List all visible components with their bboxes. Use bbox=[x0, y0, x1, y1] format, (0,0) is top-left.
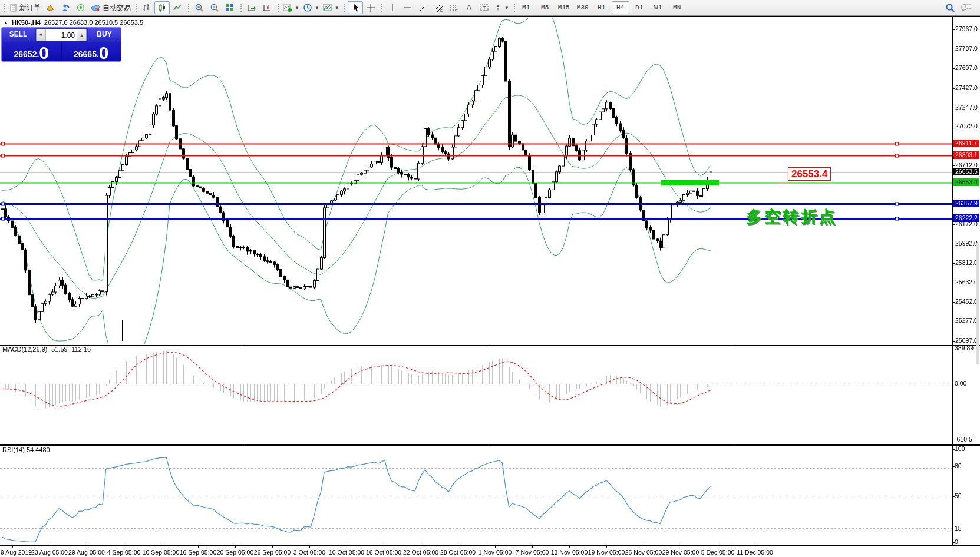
dropdown-caret-icon: ▼ bbox=[504, 5, 509, 11]
trendline-button[interactable] bbox=[415, 1, 431, 14]
search-icon[interactable] bbox=[945, 3, 955, 13]
time-axis-label: 28 Oct 05:00 bbox=[437, 549, 479, 556]
line-chart-mode-button[interactable] bbox=[170, 1, 185, 14]
auto-scroll-button[interactable] bbox=[244, 1, 259, 14]
equidistant-channel-icon: E bbox=[434, 3, 443, 12]
autotrade-button[interactable]: 自动交易 bbox=[88, 1, 133, 14]
chart-canvas[interactable] bbox=[0, 17, 980, 557]
timeframe-toolbar: M1M5M15M30H1H4D1W1MN bbox=[517, 1, 686, 14]
chart-shift-button[interactable] bbox=[259, 1, 275, 14]
svg-text:T: T bbox=[483, 5, 486, 11]
timeframe-h1[interactable]: H1 bbox=[593, 1, 611, 14]
arrows-button[interactable]: ▼ bbox=[492, 1, 511, 14]
chart-title: ▲ HK50-,H4 26527.0 26683.0 26510.5 26653… bbox=[4, 19, 143, 26]
auto-scroll-icon bbox=[247, 3, 256, 12]
time-axis-label: 29 Nov 05:00 bbox=[660, 549, 701, 556]
time-axis-label: 5 Dec 05:00 bbox=[697, 549, 738, 556]
indicators-button[interactable]: ▼ bbox=[281, 1, 301, 14]
volume-input[interactable] bbox=[46, 29, 77, 41]
toolbar-grip[interactable] bbox=[187, 2, 190, 13]
crosshair-button[interactable] bbox=[363, 1, 378, 14]
price-axis-tick: 25277.0 bbox=[955, 317, 978, 324]
price-axis-badge: 26803.1 bbox=[953, 151, 979, 159]
toolbar-grip[interactable] bbox=[343, 2, 346, 13]
buy-price[interactable]: 26665.0 bbox=[62, 42, 121, 62]
timeframe-m15[interactable]: M15 bbox=[555, 1, 573, 14]
rsi-axis-tick: 50 bbox=[955, 492, 962, 499]
timeframe-mn[interactable]: MN bbox=[668, 1, 686, 14]
zoom-in-icon bbox=[194, 3, 204, 12]
horizontal-line-button[interactable] bbox=[400, 1, 415, 14]
buy-button[interactable]: BUY bbox=[88, 28, 121, 42]
price-axis-tick: 27072.0 bbox=[955, 122, 978, 130]
periods-button[interactable]: ▼ bbox=[301, 1, 321, 14]
rsi-axis-tick: 0 bbox=[955, 538, 958, 545]
cursor-arrow-icon bbox=[351, 3, 359, 12]
vertical-line-icon bbox=[389, 3, 396, 12]
time-axis-label: 1 Nov 05:00 bbox=[474, 549, 516, 556]
volume-control: ▼ ▲ bbox=[36, 29, 87, 41]
indicators-add-icon bbox=[283, 3, 292, 12]
time-axis-label: 22 Oct 05:00 bbox=[400, 549, 441, 556]
price-axis-badge: 26653.5 bbox=[953, 168, 979, 175]
toolbar-grip[interactable] bbox=[276, 2, 279, 13]
chinese-text-object[interactable]: 多空转折点 bbox=[746, 206, 837, 227]
bar-chart-mode-button[interactable] bbox=[139, 1, 154, 14]
time-axis-label: 16 Oct 05:00 bbox=[363, 549, 404, 556]
timeframe-m30[interactable]: M30 bbox=[574, 1, 592, 14]
chat-icon[interactable] bbox=[960, 3, 973, 12]
price-axis-tick: 27787.0 bbox=[955, 45, 978, 52]
new-order-button[interactable]: 新订单 bbox=[8, 1, 42, 14]
volume-up-button[interactable]: ▲ bbox=[77, 29, 86, 41]
autotrade-cloud-icon bbox=[90, 4, 101, 12]
sell-price[interactable]: 26652.0 bbox=[2, 42, 62, 62]
timeframe-m5[interactable]: M5 bbox=[536, 1, 554, 14]
templates-button[interactable]: ▼ bbox=[321, 1, 341, 14]
alerts-button[interactable] bbox=[73, 1, 88, 14]
time-axis-label: 20 Sep 05:00 bbox=[215, 549, 256, 556]
svg-text:A: A bbox=[467, 4, 471, 12]
price-axis-badge: 26222.2 bbox=[953, 214, 979, 222]
time-axis-label: 25 Nov 05:00 bbox=[623, 549, 664, 556]
timeframe-w1[interactable]: W1 bbox=[649, 1, 667, 14]
toolbar-grip[interactable] bbox=[3, 2, 6, 13]
chart-symbol-period: HK50-,H4 bbox=[12, 19, 41, 26]
text-button[interactable]: A bbox=[461, 1, 477, 14]
toolbar-grip[interactable] bbox=[513, 2, 516, 13]
toolbar-grip[interactable] bbox=[134, 2, 137, 13]
sell-price-big: 0 bbox=[39, 45, 49, 61]
channel-button[interactable]: E bbox=[431, 1, 446, 14]
price-callout-object[interactable]: 26553.4 bbox=[788, 167, 831, 181]
trendline-icon bbox=[418, 3, 428, 12]
time-axis-label: 16 Sep 05:00 bbox=[177, 549, 219, 556]
zoom-in-button[interactable] bbox=[192, 1, 207, 14]
toolbar-grip[interactable] bbox=[239, 2, 242, 13]
price-axis-tick: 27247.0 bbox=[955, 104, 978, 111]
radio-signal-icon bbox=[76, 4, 85, 12]
market-watch-button[interactable] bbox=[42, 1, 58, 14]
price-axis-tick: 27427.0 bbox=[955, 84, 978, 92]
price-axis-badge: 26911.7 bbox=[953, 140, 979, 147]
candlestick-mode-button[interactable] bbox=[154, 1, 170, 14]
sell-button[interactable]: SELL bbox=[2, 28, 35, 42]
price-axis-tick: 27607.0 bbox=[955, 64, 978, 72]
vertical-scrollbar-thumb[interactable] bbox=[976, 243, 979, 364]
text-label-button[interactable]: T bbox=[477, 1, 492, 14]
fibonacci-button[interactable]: F bbox=[446, 1, 461, 14]
buy-price-big: 0 bbox=[99, 45, 109, 61]
timeframe-h4[interactable]: H4 bbox=[612, 1, 629, 14]
tile-windows-button[interactable] bbox=[222, 1, 237, 14]
metaeditor-button[interactable] bbox=[58, 1, 73, 14]
new-order-icon bbox=[9, 4, 18, 12]
zoom-out-button[interactable] bbox=[207, 1, 222, 14]
vertical-line-button[interactable] bbox=[385, 1, 400, 14]
tile-windows-icon bbox=[225, 3, 235, 12]
timeframe-d1[interactable]: D1 bbox=[631, 1, 648, 14]
text-label-icon: T bbox=[479, 3, 490, 12]
timeframe-m1[interactable]: M1 bbox=[517, 1, 535, 14]
volume-down-button[interactable]: ▼ bbox=[37, 29, 46, 41]
dropdown-caret-icon: ▼ bbox=[335, 5, 339, 11]
toolbar-grip[interactable] bbox=[380, 2, 383, 13]
candlestick-icon bbox=[157, 3, 167, 12]
cursor-button[interactable] bbox=[348, 1, 363, 14]
